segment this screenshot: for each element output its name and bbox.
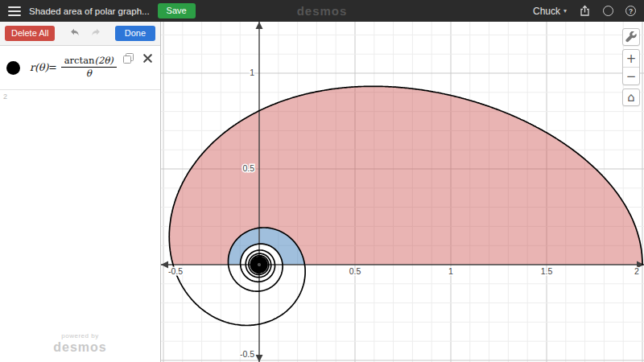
svg-text:0.5: 0.5 [242,163,254,173]
svg-text:1: 1 [448,266,453,276]
top-bar: Shaded area of polar graph... Save desmo… [0,0,644,22]
panel-toolbar: Delete All Done [0,22,160,46]
svg-text:0.5: 0.5 [349,266,361,276]
svg-text:-0.5: -0.5 [168,266,183,276]
profile-icon[interactable] [603,6,613,16]
zoom-in-button[interactable]: + [623,50,639,67]
undo-icon[interactable] [68,27,80,41]
menu-icon[interactable] [8,6,21,16]
zoom-controls: + − [622,49,640,85]
wrench-icon [625,31,637,43]
expression-row-2[interactable]: 2 [0,90,160,114]
account-name: Chuck [533,6,560,17]
graph-canvas[interactable]: -0.50.511.5210.5-0.5 [161,22,644,362]
help-icon[interactable]: ? [625,6,636,16]
zoom-out-button[interactable]: − [623,67,639,84]
delete-all-button[interactable]: Delete All [5,26,55,41]
done-button[interactable]: Done [115,26,155,41]
svg-text:-0.5: -0.5 [240,349,254,359]
fraction: arctan(2θ) θ [61,56,117,80]
desmos-logo: desmos [297,4,348,18]
row-number: 2 [3,93,7,101]
expression-math[interactable]: r(θ) = arctan(2θ) θ [30,56,117,80]
graph-area: -0.50.511.5210.5-0.5 + − ⌂ [161,22,644,362]
account-menu[interactable]: Chuck ▾ [533,6,567,17]
redo-icon[interactable] [90,27,102,41]
desmos-watermark: powered by desmos [0,332,160,355]
home-icon: ⌂ [627,92,635,104]
svg-text:1.5: 1.5 [541,266,553,276]
svg-text:1: 1 [250,68,254,77]
expression-row-1[interactable]: r(θ) = arctan(2θ) θ [0,46,160,90]
expression-panel: Delete All Done r(θ) = arctan(2θ) θ [0,22,161,362]
graph-settings-button[interactable] [622,28,640,46]
svg-text:2: 2 [634,266,639,276]
save-button[interactable]: Save [158,3,196,19]
close-icon[interactable] [142,52,153,67]
graph-title[interactable]: Shaded area of polar graph... [29,6,150,16]
duplicate-icon[interactable] [123,52,134,67]
home-button[interactable]: ⌂ [622,88,640,106]
color-swatch[interactable] [6,61,20,75]
chevron-down-icon: ▾ [564,7,567,14]
share-icon[interactable] [579,5,591,17]
